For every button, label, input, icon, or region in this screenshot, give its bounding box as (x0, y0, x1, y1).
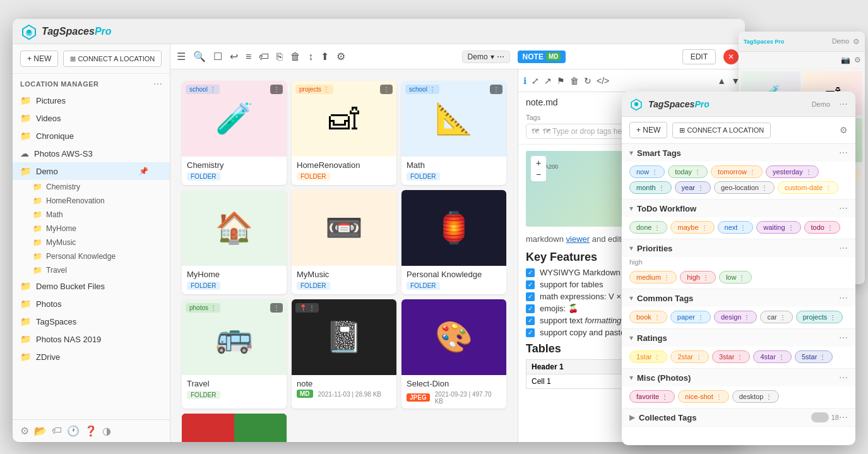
smart-tags-more[interactable]: ⋯ (839, 148, 848, 158)
misc-photos-header[interactable]: ▾ Misc (Photos) ⋯ (622, 369, 855, 386)
ratings-header[interactable]: ▾ Ratings ⋯ (622, 329, 855, 347)
file-card-travel[interactable]: 🚌 photos ⋮ ⋮ Travel FOLDER (182, 299, 287, 409)
file-card-personal-knowledge[interactable]: 🏮 Personal Knowledge FOLDER (401, 190, 506, 294)
tag-medium[interactable]: medium ⋮ (629, 271, 677, 284)
tag-high[interactable]: high ⋮ (680, 271, 716, 284)
tag-5star[interactable]: 5star ⋮ (795, 350, 833, 363)
tag-month[interactable]: month ⋮ (629, 181, 672, 194)
tag-window-new-button[interactable]: + NEW (629, 122, 667, 138)
tag-3star[interactable]: 3star ⋮ (712, 350, 750, 363)
common-tags-header[interactable]: ▾ Common Tags ⋯ (622, 289, 855, 307)
tag-design[interactable]: design ⋮ (714, 311, 757, 323)
tag-filter-icon[interactable]: 🏷 (259, 51, 269, 63)
tag-window-settings-icon[interactable]: ⚙ (840, 125, 848, 135)
file-card-abstract[interactable] (182, 414, 287, 442)
file-actions-math[interactable]: ⋮ (490, 85, 502, 94)
delete-icon[interactable]: 🗑 (290, 51, 300, 63)
location-manager-more[interactable]: ⋯ (153, 79, 162, 89)
more-icon[interactable]: ⚙ (336, 51, 345, 63)
sidebar-item-photos-aws[interactable]: ☁ Photos AWS-S3 ⋯ (13, 145, 170, 162)
sidebar-item-tagspaces[interactable]: 📁 TagSpaces ⋯ (13, 313, 170, 330)
priorities-header[interactable]: ▾ Priorities ⋯ (622, 239, 855, 257)
select-all-icon[interactable]: ☐ (213, 51, 222, 63)
demo-badge[interactable]: Demo ▾ ⋯ (462, 51, 510, 63)
tag-projects[interactable]: projects ⋮ (796, 311, 843, 323)
sidebar-item-demo[interactable]: 📁 Demo 📌 ⋯ (13, 162, 170, 180)
file-actions-travel[interactable]: ⋮ (270, 303, 283, 313)
sidebar-subitem-personal-knowledge[interactable]: 📁 Personal Knowledge (13, 249, 170, 263)
tag-tomorrow[interactable]: tomorrow ⋮ (711, 165, 763, 178)
connect-button[interactable]: ⊞ CONNECT A LOCATION (63, 51, 162, 67)
history-icon[interactable]: 🕐 (67, 425, 80, 437)
list-view-icon[interactable]: ≡ (246, 51, 251, 63)
file-card-chemistry[interactable]: 🧪 school ⋮ ⋮ Chemistry FOLDER (182, 81, 287, 185)
bookmark-icon[interactable]: ⚑ (557, 76, 565, 86)
close-button[interactable]: ✕ (723, 49, 739, 64)
viewer-link[interactable]: viewer (566, 234, 590, 244)
priorities-more[interactable]: ⋯ (839, 243, 848, 253)
tag-favorite[interactable]: favorite ⋮ (629, 390, 675, 403)
misc-photos-more[interactable]: ⋯ (839, 373, 848, 383)
file-actions-chemistry[interactable]: ⋮ (270, 85, 283, 94)
tag-window-more[interactable]: ⋯ (839, 99, 848, 109)
upload-icon[interactable]: ⬆ (321, 51, 329, 63)
folder-open-icon[interactable]: 📂 (34, 425, 47, 437)
tag-window-connect-button[interactable]: ⊞ CONNECT A LOCATION (672, 122, 771, 138)
sidebar-subitem-mymusic[interactable]: 📁 MyMusic (13, 236, 170, 249)
sidebar-item-demo-bucket[interactable]: 📁 Demo Bucket Files ⋯ (13, 277, 170, 295)
zoom-out-button[interactable]: − (532, 169, 545, 180)
tag-1star[interactable]: 1star ⋮ (629, 350, 667, 363)
zoom-in-button[interactable]: + (532, 157, 545, 169)
tag-custom-date[interactable]: custom-date ⋮ (778, 181, 839, 194)
file-card-homerenovation[interactable]: 🛋 projects ⋮ ⋮ HomeRenovation FOLDER (292, 81, 396, 185)
sidebar-item-zdrive[interactable]: 📁 ZDrive ⋯ (13, 348, 170, 366)
tag-book[interactable]: book ⋮ (629, 311, 667, 323)
file-card-select-dion[interactable]: 🎨 Select-Dion JPEG 2021-09-23 | 497.70 K… (401, 299, 506, 409)
tag-geo-location[interactable]: geo-location ⋮ (714, 181, 775, 194)
hamburger-icon[interactable]: ☰ (177, 51, 186, 63)
collected-tags-header[interactable]: ▶ Collected Tags 18 ⋯ (622, 409, 855, 426)
code-icon[interactable]: </> (597, 76, 609, 86)
sidebar-item-photos-nas[interactable]: 📁 Photos NAS 2019 ⋯ (13, 330, 170, 348)
sidebar-item-chronique[interactable]: 📁 Chronique ⋯ (13, 127, 170, 145)
sidebar-subitem-chemistry[interactable]: 📁 Chemistry (13, 180, 170, 194)
external-link-icon[interactable]: ↗ (544, 76, 552, 86)
sidebar-subitem-homerenovation[interactable]: 📁 HomeRenovation (13, 194, 170, 208)
chevron-up-icon[interactable]: ▲ (717, 76, 726, 86)
todo-header[interactable]: ▾ ToDo Workflow ⋯ (622, 200, 855, 217)
help-icon[interactable]: ❓ (85, 425, 97, 437)
tag-2star[interactable]: 2star ⋮ (670, 350, 708, 363)
tag-done[interactable]: done ⋮ (629, 221, 667, 234)
collected-tags-more[interactable]: ⋯ (839, 412, 848, 422)
ratings-more[interactable]: ⋯ (839, 333, 848, 343)
tag-today[interactable]: today ⋮ (668, 165, 708, 178)
tag-4star[interactable]: 4star ⋮ (753, 350, 791, 363)
sidebar-subitem-travel[interactable]: 📁 Travel (13, 263, 170, 277)
search-icon[interactable]: 🔍 (193, 51, 206, 63)
tag-now[interactable]: now ⋮ (629, 165, 665, 178)
todo-more[interactable]: ⋯ (839, 203, 848, 213)
file-card-myhome[interactable]: 🏠 MyHome FOLDER (182, 190, 287, 294)
tag-icon[interactable]: 🏷 (52, 425, 62, 437)
smart-tags-header[interactable]: ▾ Smart Tags ⋯ (622, 144, 855, 162)
sidebar-item-videos[interactable]: 📁 Videos ⋯ (13, 109, 170, 127)
fullscreen-icon[interactable]: ⤢ (532, 76, 539, 86)
file-card-note[interactable]: 📓 📍 ⋮ note MD 2021-11-03 | 28.98 KB (292, 299, 396, 409)
tag-year[interactable]: year ⋮ (675, 181, 711, 194)
tag-low[interactable]: low ⋮ (719, 271, 752, 284)
new-button[interactable]: + NEW (20, 51, 58, 67)
settings-icon[interactable]: ⚙ (20, 425, 29, 437)
tag-todo[interactable]: todo ⋮ (804, 221, 840, 234)
tag-paper[interactable]: paper ⋮ (670, 311, 711, 323)
trash-icon[interactable]: 🗑 (570, 76, 579, 86)
tag-yesterday[interactable]: yesterday ⋮ (766, 165, 819, 178)
collected-toggle[interactable] (811, 412, 829, 422)
back-icon[interactable]: ↩ (230, 51, 238, 63)
tag-next[interactable]: next ⋮ (718, 221, 754, 234)
sidebar-item-photos[interactable]: 📁 Photos ⋯ (13, 295, 170, 313)
edit-button[interactable]: EDIT (682, 49, 716, 64)
tag-nice-shot[interactable]: nice-shot ⋮ (678, 390, 729, 403)
refresh-icon[interactable]: ↻ (584, 76, 592, 86)
common-tags-more[interactable]: ⋯ (839, 293, 848, 303)
sort-icon[interactable]: ↕ (308, 51, 313, 63)
